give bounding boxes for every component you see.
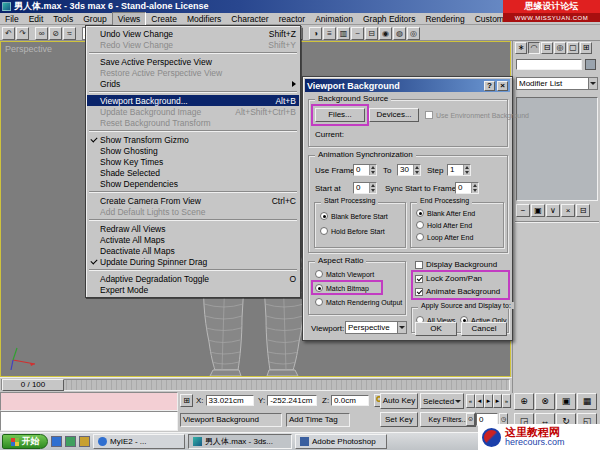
key-mode-toggle-icon[interactable]: ⊙ — [466, 413, 475, 426]
zoom-icon[interactable]: ⊕ — [514, 393, 534, 410]
menu-item-update-background-image[interactable]: Update Background ImageAlt+Shift+Ctrl+B — [87, 106, 299, 117]
object-color-swatch[interactable] — [585, 59, 596, 70]
menu-item-add-default-lights-to-scene[interactable]: Add Default Lights to Scene — [87, 206, 299, 217]
unlink-icon[interactable]: ⊘ — [49, 27, 62, 40]
menu-tools[interactable]: Tools — [48, 13, 78, 25]
use-environment-background-checkbox[interactable]: Use Environment Background — [425, 111, 529, 119]
menu-reactor[interactable]: reactor — [274, 13, 310, 25]
zoom-all-icon[interactable]: ⊗ — [535, 393, 555, 410]
next-frame-icon[interactable]: ► — [493, 394, 502, 408]
previous-frame-icon[interactable]: ◄ — [475, 394, 484, 408]
go-to-start-icon[interactable]: « — [466, 394, 475, 408]
object-name-field[interactable] — [516, 59, 582, 70]
radio-match-bitmap[interactable]: Match Bitmap — [315, 284, 369, 292]
files-button[interactable]: Files... — [315, 108, 365, 122]
task-myie2[interactable]: MyIE2 - ... — [93, 434, 185, 449]
display-background-checkbox[interactable]: Display Background — [415, 260, 497, 269]
mini-listener-macro-pane[interactable] — [0, 392, 178, 411]
modify-tab-icon[interactable]: ◠ — [528, 42, 540, 54]
spinner-arrows-icon[interactable] — [369, 165, 376, 175]
menu-item-redo-view-change[interactable]: Redo View ChangeShift+Y — [87, 39, 299, 50]
quicklaunch-desktop-icon[interactable] — [65, 436, 76, 447]
cancel-button[interactable]: Cancel — [461, 322, 507, 336]
menu-animation[interactable]: Animation — [310, 13, 358, 25]
menu-item-reset-background-transform[interactable]: Reset Background Transform — [87, 117, 299, 128]
menu-graph-editors[interactable]: Graph Editors — [358, 13, 420, 25]
time-slider-track[interactable] — [1, 379, 510, 391]
layers-icon[interactable]: ▥ — [337, 27, 350, 40]
menu-group[interactable]: Group — [78, 13, 112, 25]
menu-edit[interactable]: Edit — [24, 13, 49, 25]
devices-button[interactable]: Devices... — [369, 108, 419, 122]
transform-typein-toggle[interactable]: ⊞ — [180, 394, 193, 407]
go-to-end-icon[interactable]: » — [502, 394, 511, 408]
radio-hold-after-end[interactable]: Hold After End — [416, 221, 472, 229]
menu-item-undo-view-change[interactable]: Undo View ChangeShift+Z — [87, 28, 299, 39]
modifier-list-dropdown[interactable]: Modifier List — [516, 77, 598, 90]
menu-file[interactable]: File — [0, 13, 24, 25]
dropdown-arrow-icon[interactable] — [397, 322, 406, 333]
menu-modifiers[interactable]: Modifiers — [182, 13, 226, 25]
add-time-tag[interactable]: Add Time Tag — [286, 413, 350, 427]
menu-item-save-active-perspective-view[interactable]: Save Active Perspective View — [87, 56, 299, 67]
spinner-arrows-icon[interactable] — [369, 183, 376, 193]
menu-item-create-camera-from-view[interactable]: Create Camera From ViewCtrl+C — [87, 195, 299, 206]
menu-item-viewport-background[interactable]: Viewport Background...Alt+B — [87, 95, 299, 106]
use-frame-spinner[interactable]: 0 — [353, 164, 377, 176]
menu-item-shade-selected[interactable]: Shade Selected — [87, 167, 299, 178]
radio-hold-before-start[interactable]: Hold Before Start — [320, 227, 385, 235]
menu-item-show-key-times[interactable]: Show Key Times — [87, 156, 299, 167]
radio-blank-before-start[interactable]: Blank Before Start — [320, 212, 388, 220]
to-frame-spinner[interactable]: 30 — [397, 164, 421, 176]
menu-item-show-dependencies[interactable]: Show Dependencies — [87, 178, 299, 189]
z-coordinate-field[interactable]: 0.0cm — [331, 395, 369, 406]
viewport-dropdown[interactable]: Perspective — [345, 321, 407, 334]
menu-item-deactivate-all-maps[interactable]: Deactivate All Maps — [87, 245, 299, 256]
set-key-button[interactable]: Set Key — [380, 412, 418, 427]
task-photoshop[interactable]: Adobe Photoshop — [295, 434, 387, 449]
pin-stack-icon[interactable]: − — [516, 204, 530, 217]
material-editor-icon[interactable]: ◉ — [379, 27, 392, 40]
menu-item-show-transform-gizmo[interactable]: Show Transform Gizmo — [87, 134, 299, 145]
help-icon[interactable]: ? — [484, 81, 495, 91]
x-coordinate-field[interactable]: 33.021cm — [206, 395, 254, 406]
display-tab-icon[interactable]: ▢ — [567, 42, 579, 54]
sync-start-spinner[interactable]: 0 — [455, 182, 479, 194]
menu-rendering[interactable]: Rendering — [420, 13, 469, 25]
start-button[interactable]: 开始 — [2, 434, 48, 449]
radio-loop-after-end[interactable]: Loop After End — [416, 233, 473, 241]
play-icon[interactable]: ► — [484, 394, 493, 408]
spinner-arrows-icon[interactable] — [413, 165, 420, 175]
task-3dsmax[interactable]: 男人体.max - 3ds... — [188, 434, 292, 449]
bind-spacewarp-icon[interactable]: ≈ — [63, 27, 76, 40]
radio-match-viewport[interactable]: Match Viewport — [315, 270, 374, 278]
render-scene-icon[interactable]: ◍ — [393, 27, 406, 40]
y-coordinate-field[interactable]: -252.241cm — [267, 395, 317, 406]
redo-icon[interactable]: ↷ — [16, 27, 29, 40]
schematic-view-icon[interactable]: ⊟ — [365, 27, 378, 40]
show-end-result-icon[interactable]: ▣ — [531, 204, 545, 217]
close-icon[interactable]: × — [497, 81, 508, 91]
align-icon[interactable]: ≡ — [323, 27, 336, 40]
hierarchy-tab-icon[interactable]: ⊟ — [541, 42, 553, 54]
dropdown-arrow-icon[interactable] — [588, 78, 597, 89]
quick-render-icon[interactable]: ◎ — [407, 27, 420, 40]
start-at-spinner[interactable]: 0 — [353, 182, 377, 194]
curve-editor-icon[interactable]: ~ — [351, 27, 364, 40]
mini-listener-pane[interactable] — [0, 411, 178, 431]
menu-views[interactable]: Views — [112, 12, 147, 26]
menu-item-redraw-all-views[interactable]: Redraw All Views — [87, 223, 299, 234]
auto-key-button[interactable]: Auto Key — [380, 393, 418, 409]
menu-item-adaptive-degradation-toggle[interactable]: Adaptive Degradation ToggleO — [87, 273, 299, 284]
menu-item-show-ghosting[interactable]: Show Ghosting — [87, 145, 299, 156]
create-tab-icon[interactable]: ∗ — [515, 42, 527, 54]
radio-blank-after-end[interactable]: Blank After End — [416, 209, 475, 217]
undo-icon[interactable]: ↶ — [2, 27, 15, 40]
link-icon[interactable]: ∞ — [35, 27, 48, 40]
menu-item-expert-mode[interactable]: Expert Mode — [87, 284, 299, 295]
menu-create[interactable]: Create — [146, 13, 182, 25]
zoom-extents-all-icon[interactable]: ▦ — [577, 393, 597, 410]
make-unique-icon[interactable]: ∨ — [546, 204, 560, 217]
quicklaunch-folder-icon[interactable] — [79, 436, 90, 447]
spinner-arrows-icon[interactable] — [471, 183, 478, 193]
